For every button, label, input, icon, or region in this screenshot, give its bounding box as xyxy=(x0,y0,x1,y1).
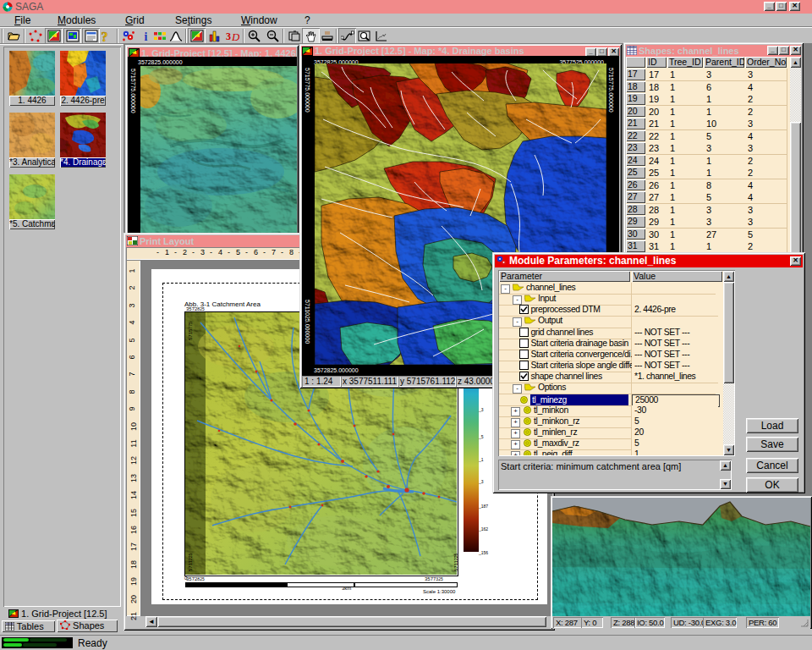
svg-text:i: i xyxy=(144,30,147,42)
svg-text:?: ? xyxy=(101,30,107,42)
svg-text:D: D xyxy=(231,30,239,42)
svg-text:3: 3 xyxy=(226,30,231,42)
